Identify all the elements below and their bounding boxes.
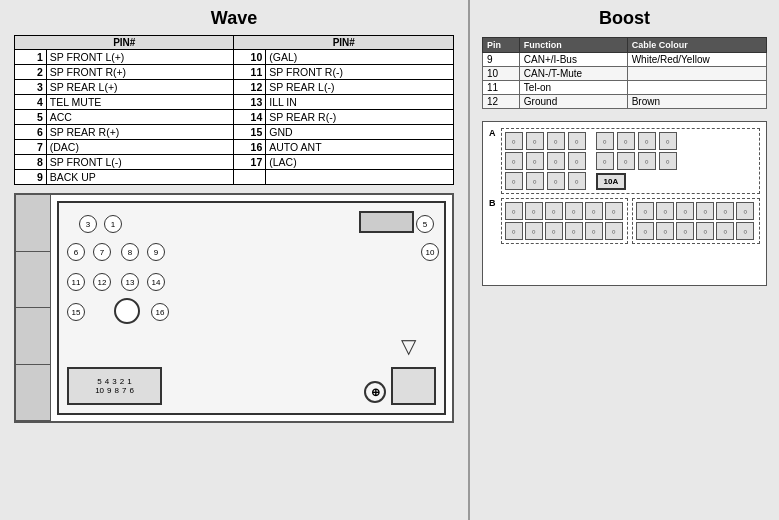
- boost-pin-c3: ○: [547, 172, 565, 190]
- table-row: 9 BACK UP: [15, 170, 454, 185]
- table-row: 4 TEL MUTE 13 ILL IN: [15, 95, 454, 110]
- boost-pin-c1: ○: [505, 172, 523, 190]
- boost-bl-11: ○: [585, 222, 603, 240]
- boost-bl-9: ○: [545, 222, 563, 240]
- boost-br-3: ○: [676, 202, 694, 220]
- boost-pin-a3: ○: [547, 132, 565, 150]
- strip-2: [16, 252, 50, 309]
- table-row: 6 SP REAR R(+) 15 GND: [15, 125, 454, 140]
- num-row-bottom: 10 9 8 7 6: [95, 386, 134, 395]
- boost-bl-4: ○: [565, 202, 583, 220]
- boost-connector-diagram: A ○ ○ ○ ○ ○ ○ ○ ○ ○ ○: [482, 121, 767, 286]
- boost-bottom-right-row: ○ ○ ○ ○ ○ ○: [636, 202, 756, 220]
- table-row: 2 SP FRONT R(+) 11 SP FRONT R(-): [15, 65, 454, 80]
- pin-6: 6: [67, 243, 85, 261]
- boost-pin-c2: ○: [526, 172, 544, 190]
- boost-pin-b8: ○: [659, 152, 677, 170]
- connector-inner: 3 1 5 6 7 8 9 10 11 12 13 14 15: [57, 201, 446, 415]
- boost-table-header: Pin Function Cable Colour: [483, 38, 767, 53]
- boost-br-12: ○: [736, 222, 754, 240]
- boost-row-12: 12 Ground Brown: [483, 95, 767, 109]
- connector-diagram: 3 1 5 6 7 8 9 10 11 12 13 14 15: [14, 193, 454, 423]
- boost-pin-b2: ○: [526, 152, 544, 170]
- boost-pin-b5: ○: [596, 152, 614, 170]
- boost-bottom-right-row2: ○ ○ ○ ○ ○ ○: [636, 222, 756, 240]
- boost-pin-a5: ○: [596, 132, 614, 150]
- pin-table: PIN# PIN# 1 SP FRONT L(+) 10 (GAL) 2 SP …: [14, 35, 454, 185]
- boost-row-10: 10 CAN-/T-Mute: [483, 67, 767, 81]
- boost-row-11: 11 Tel-on: [483, 81, 767, 95]
- pin-8: 8: [121, 243, 139, 261]
- boost-top-connector: ○ ○ ○ ○ ○ ○ ○ ○ ○ ○ ○ ○: [501, 128, 761, 194]
- pin-15: 15: [67, 303, 85, 321]
- main-container: Wave PIN# PIN# 1 SP FRONT L(+) 10 (GAL) …: [0, 0, 779, 520]
- boost-pin-a4: ○: [568, 132, 586, 150]
- boost-top-row-2: ○ ○ ○ ○ ○ ○ ○ ○: [505, 152, 757, 170]
- pin-1: 1: [104, 215, 122, 233]
- left-panel: Wave PIN# PIN# 1 SP FRONT L(+) 10 (GAL) …: [0, 0, 470, 520]
- right-panel: Boost Pin Function Cable Colour 9 CAN+/I…: [470, 0, 779, 520]
- boost-pin-a1: ○: [505, 132, 523, 150]
- boost-br-10: ○: [696, 222, 714, 240]
- table-row: 3 SP REAR L(+) 12 SP REAR L(-): [15, 80, 454, 95]
- header-pin-left: PIN#: [15, 36, 234, 50]
- boost-bl-10: ○: [565, 222, 583, 240]
- boost-br-5: ○: [716, 202, 734, 220]
- boost-bottom-right: ○ ○ ○ ○ ○ ○ ○ ○ ○ ○ ○: [632, 198, 760, 244]
- boost-br-6: ○: [736, 202, 754, 220]
- table-row: 1 SP FRONT L(+) 10 (GAL): [15, 50, 454, 65]
- pin-5: 5: [416, 215, 434, 233]
- boost-pin-a2: ○: [526, 132, 544, 150]
- boost-bl-12: ○: [605, 222, 623, 240]
- boost-pin-c4: ○: [568, 172, 586, 190]
- table-row: 7 (DAC) 16 AUTO ANT: [15, 140, 454, 155]
- boost-br-8: ○: [656, 222, 674, 240]
- boost-bl-6: ○: [605, 202, 623, 220]
- boost-10a-label: 10A: [596, 173, 627, 190]
- boost-bl-3: ○: [545, 202, 563, 220]
- pin-12: 12: [93, 273, 111, 291]
- boost-row-9: 9 CAN+/I-Bus White/Red/Yellow: [483, 53, 767, 67]
- boost-br-7: ○: [636, 222, 654, 240]
- boost-pin-b3: ○: [547, 152, 565, 170]
- boost-br-4: ○: [696, 202, 714, 220]
- boost-pin-b1: ○: [505, 152, 523, 170]
- boost-pin-a8: ○: [659, 132, 677, 150]
- boost-col-pin: Pin: [483, 38, 520, 53]
- boost-pin-b7: ○: [638, 152, 656, 170]
- boost-bl-1: ○: [505, 202, 523, 220]
- boost-br-2: ○: [656, 202, 674, 220]
- boost-bl-8: ○: [525, 222, 543, 240]
- pin-13: 13: [121, 273, 139, 291]
- boost-bl-5: ○: [585, 202, 603, 220]
- boost-bl-2: ○: [525, 202, 543, 220]
- table-row: 5 ACC 14 SP REAR R(-): [15, 110, 454, 125]
- boost-bottom-left: ○ ○ ○ ○ ○ ○ ○ ○ ○ ○ ○: [501, 198, 629, 244]
- boost-pin-b4: ○: [568, 152, 586, 170]
- header-pin-right: PIN#: [234, 36, 454, 50]
- wave-title: Wave: [211, 8, 257, 29]
- num-row-top: 5 4 3 2 1: [97, 377, 131, 386]
- pin-14: 14: [147, 273, 165, 291]
- boost-bottom-left-row: ○ ○ ○ ○ ○ ○: [505, 202, 625, 220]
- pin-3: 3: [79, 215, 97, 233]
- boost-title: Boost: [482, 8, 767, 29]
- bottom-connector-right: [391, 367, 436, 405]
- boost-table: Pin Function Cable Colour 9 CAN+/I-Bus W…: [482, 37, 767, 109]
- left-strips: [16, 195, 51, 421]
- boost-br-9: ○: [676, 222, 694, 240]
- boost-col-function: Function: [519, 38, 627, 53]
- boost-label-b: B: [489, 198, 496, 208]
- strip-1: [16, 195, 50, 252]
- boost-col-colour: Cable Colour: [627, 38, 766, 53]
- boost-pin-a7: ○: [638, 132, 656, 150]
- display-rect: [359, 211, 414, 233]
- arrow-down-icon: ▽: [401, 334, 416, 358]
- boost-section-b: B ○ ○ ○ ○ ○ ○ ○ ○: [489, 198, 760, 244]
- connector-main: 3 1 5 6 7 8 9 10 11 12 13 14 15: [51, 195, 452, 421]
- boost-pin-a6: ○: [617, 132, 635, 150]
- boost-bottom-connectors: ○ ○ ○ ○ ○ ○ ○ ○ ○ ○ ○: [501, 198, 761, 244]
- pin-large: [114, 298, 140, 324]
- pin-10: 10: [421, 243, 439, 261]
- ground-symbol: ⊕: [364, 381, 386, 403]
